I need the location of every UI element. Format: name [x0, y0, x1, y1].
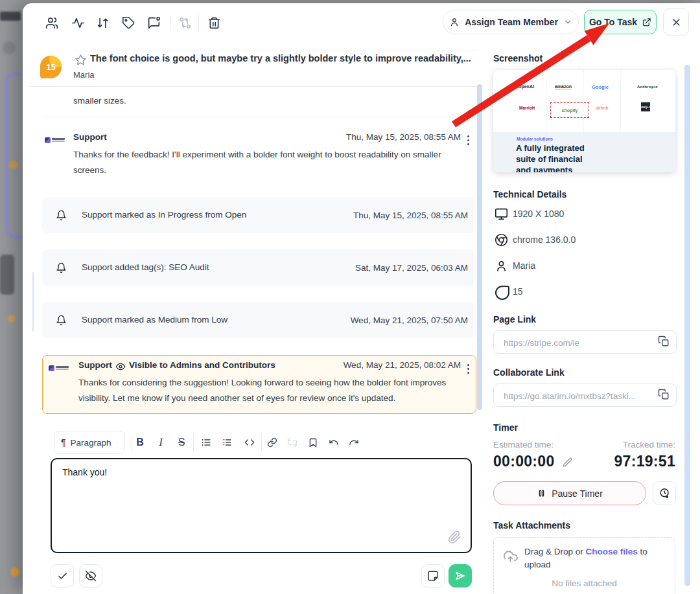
link-icon[interactable] [263, 433, 281, 451]
activity-timestamp: Wed, May 21, 2025, 07:50 AM [351, 315, 468, 325]
comment-status-icon[interactable] [145, 14, 163, 32]
internal-note-visibility-button[interactable] [79, 564, 102, 588]
drop-text-line2: upload [524, 558, 660, 571]
comment-input[interactable]: Thank you! [51, 458, 472, 553]
sticky-note-icon [427, 570, 439, 582]
task-badge-icon [495, 286, 509, 300]
bell-icon [56, 262, 67, 273]
assign-team-member-label: Assign Team Member [465, 17, 558, 27]
uniqlo-logo: UNIQLO [641, 102, 650, 111]
redo-icon[interactable] [345, 433, 363, 451]
star-icon[interactable] [73, 52, 88, 67]
thread-scrollbar[interactable] [477, 84, 482, 410]
timer-heading: Timer [493, 422, 518, 433]
comment-timestamp: Thu, May 15, 2025, 08:55 AM [318, 132, 461, 142]
activity-row: Support marked as Medium from Low Wed, M… [42, 302, 475, 338]
strikethrough-button[interactable]: S [172, 433, 191, 451]
pause-timer-label: Pause Timer [552, 488, 603, 499]
activity-icon[interactable] [69, 14, 87, 32]
browser-value: chrome 136.0.0 [513, 234, 576, 245]
task-number: 15 [46, 62, 55, 72]
ordered-list-icon[interactable] [218, 433, 236, 451]
choose-files-link[interactable]: Choose files [586, 547, 638, 556]
drop-text-prefix: Drag & Drop or [524, 547, 583, 556]
send-icon [454, 570, 466, 582]
screenshot-thumbnail[interactable]: OpenAI amazon Google Anthropic Marriott … [493, 70, 675, 172]
amazon-logo: amazon [555, 84, 572, 89]
italic-button[interactable]: I [152, 433, 170, 451]
divider [42, 117, 475, 117]
sort-icon[interactable] [93, 14, 111, 32]
code-icon[interactable] [240, 433, 259, 451]
airbnb-logo: airbnb [596, 106, 608, 110]
paperclip-icon[interactable] [448, 531, 461, 544]
send-button[interactable] [449, 564, 472, 588]
previous-message-fragment: smaller sizes. [73, 93, 126, 109]
sidebar-scrollbar[interactable] [684, 65, 690, 586]
background-dot [9, 161, 18, 169]
pause-timer-button[interactable]: Pause Timer [493, 481, 646, 505]
task-number-value: 15 [513, 286, 523, 297]
page-link-input[interactable] [502, 331, 648, 354]
tracked-time-label: Tracked time: [533, 440, 675, 450]
eye-off-icon [85, 570, 97, 582]
collaborate-link-input[interactable] [502, 384, 648, 407]
comment-text-line2: screens. [73, 163, 106, 178]
task-detail-modal: Assign Team Member Go To Task 15 The fon… [23, 3, 700, 594]
copy-icon[interactable] [657, 388, 671, 402]
activity-text: Support marked as In Progress from Open [82, 207, 246, 223]
page-link-label: Page Link [493, 314, 536, 325]
undo-icon[interactable] [325, 433, 343, 451]
task-number-badge: 15 [40, 56, 62, 78]
technical-details-heading: Technical Details [493, 189, 566, 200]
resolve-check-button[interactable] [51, 564, 74, 588]
screenshot-heading: Screenshot [493, 53, 542, 63]
grid-divider [546, 70, 548, 132]
task-author: Maria [73, 70, 95, 80]
editor-divider [261, 433, 262, 451]
chevron-down-icon [563, 17, 572, 27]
google-logo: Google [592, 84, 609, 90]
tracked-time-value: 97:19:51 [533, 453, 675, 470]
left-scroll-indicator[interactable] [32, 272, 34, 332]
trash-icon[interactable] [205, 14, 223, 32]
compare-icon[interactable] [176, 14, 194, 32]
tag-icon[interactable] [119, 14, 137, 32]
comment-input-text: Thank you! [52, 459, 471, 485]
collaborate-link-field [493, 383, 677, 407]
toolbar-divider [198, 15, 199, 32]
activity-text: Support added tag(s): SEO Audit [82, 260, 209, 275]
go-to-task-button[interactable]: Go To Task [584, 10, 657, 34]
background-text-blur [0, 12, 21, 21]
bookmark-icon[interactable] [304, 433, 322, 451]
copy-icon[interactable] [657, 335, 671, 349]
bold-button[interactable]: B [131, 433, 149, 451]
assign-team-member-button[interactable]: Assign Team Member [443, 10, 579, 34]
external-link-icon [642, 17, 651, 27]
unlink-icon[interactable] [283, 433, 301, 451]
activity-text: Support marked as Medium from Low [82, 312, 228, 328]
person-icon [449, 17, 460, 27]
hero-headline-line1: A fully integrated [516, 143, 585, 154]
hero-section: Modular solutions A fully integrated sui… [493, 132, 675, 172]
toolbar-divider [170, 15, 170, 32]
note-button[interactable] [421, 564, 445, 588]
attachments-dropzone[interactable]: Drag & Drop or Choose files to upload No… [493, 537, 675, 594]
support-avatar [45, 133, 67, 146]
paragraph-format-select[interactable]: ¶ Paragraph [54, 431, 125, 454]
assignees-icon[interactable] [43, 14, 61, 32]
bullet-list-icon[interactable] [197, 433, 215, 451]
comment-author: Support [78, 360, 112, 370]
reporter-value: Maria [513, 260, 535, 271]
openai-logo: OpenAI [518, 84, 534, 89]
hero-headline-line2: suite of financial [516, 154, 585, 165]
comment-menu-icon[interactable] [465, 361, 472, 376]
activity-row: Support added tag(s): SEO Audit Sat, May… [42, 249, 475, 286]
pilcrow-icon: ¶ [61, 437, 66, 448]
person-icon [495, 259, 508, 273]
comment-text-line1: Thanks for the feedback! I'll experiment… [73, 147, 441, 163]
marriott-logo: Marriott [519, 106, 535, 110]
comment-menu-icon[interactable] [465, 133, 472, 148]
close-button[interactable] [663, 8, 689, 36]
time-log-button[interactable] [653, 481, 676, 505]
